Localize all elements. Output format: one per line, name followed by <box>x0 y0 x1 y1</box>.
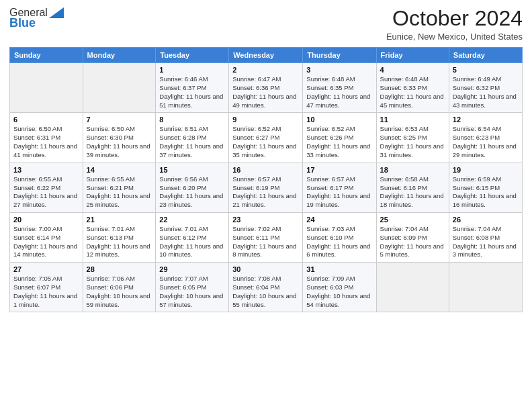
day-cell: 29Sunrise: 7:07 AM Sunset: 6:05 PM Dayli… <box>156 263 229 312</box>
day-cell: 23Sunrise: 7:02 AM Sunset: 6:11 PM Dayli… <box>229 212 303 262</box>
location: Eunice, New Mexico, United States <box>386 32 523 42</box>
day-cell: 21Sunrise: 7:01 AM Sunset: 6:13 PM Dayli… <box>83 212 156 262</box>
day-number: 6 <box>13 116 79 124</box>
day-number: 11 <box>380 116 445 124</box>
day-cell: 26Sunrise: 7:04 AM Sunset: 6:08 PM Dayli… <box>449 212 522 262</box>
day-info: Sunrise: 6:57 AM Sunset: 6:19 PM Dayligh… <box>232 175 299 210</box>
day-number: 10 <box>306 116 372 124</box>
header-day-saturday: Saturday <box>449 48 522 63</box>
day-cell: 17Sunrise: 6:57 AM Sunset: 6:17 PM Dayli… <box>303 163 376 212</box>
day-cell: 12Sunrise: 6:54 AM Sunset: 6:23 PM Dayli… <box>449 113 522 163</box>
day-info: Sunrise: 7:04 AM Sunset: 6:09 PM Dayligh… <box>380 225 445 259</box>
header-day-thursday: Thursday <box>303 48 376 63</box>
header: General Blue October 2024 Eunice, New Me… <box>9 7 523 42</box>
day-number: 19 <box>453 166 519 174</box>
logo-blue-text: Blue <box>9 16 36 30</box>
calendar-page: General Blue October 2024 Eunice, New Me… <box>0 0 532 411</box>
day-cell <box>10 63 83 113</box>
day-cell: 8Sunrise: 6:51 AM Sunset: 6:28 PM Daylig… <box>156 113 229 163</box>
day-cell: 4Sunrise: 6:48 AM Sunset: 6:33 PM Daylig… <box>376 63 449 113</box>
month-title: October 2024 <box>386 7 523 30</box>
day-cell: 31Sunrise: 7:09 AM Sunset: 6:03 PM Dayli… <box>303 263 376 312</box>
day-info: Sunrise: 7:07 AM Sunset: 6:05 PM Dayligh… <box>159 275 225 309</box>
week-row-2: 6Sunrise: 6:50 AM Sunset: 6:31 PM Daylig… <box>10 113 523 163</box>
day-cell: 1Sunrise: 6:46 AM Sunset: 6:37 PM Daylig… <box>156 63 229 113</box>
header-row: SundayMondayTuesdayWednesdayThursdayFrid… <box>10 48 523 63</box>
day-cell: 5Sunrise: 6:49 AM Sunset: 6:32 PM Daylig… <box>449 63 522 113</box>
day-info: Sunrise: 6:52 AM Sunset: 6:27 PM Dayligh… <box>232 125 299 159</box>
day-number: 27 <box>13 265 79 273</box>
day-cell: 30Sunrise: 7:08 AM Sunset: 6:04 PM Dayli… <box>229 263 303 312</box>
day-cell: 18Sunrise: 6:58 AM Sunset: 6:16 PM Dayli… <box>376 163 449 212</box>
day-info: Sunrise: 6:59 AM Sunset: 6:15 PM Dayligh… <box>453 175 519 210</box>
day-cell: 3Sunrise: 6:48 AM Sunset: 6:35 PM Daylig… <box>303 63 376 113</box>
day-info: Sunrise: 6:50 AM Sunset: 6:31 PM Dayligh… <box>13 125 79 159</box>
day-info: Sunrise: 6:56 AM Sunset: 6:20 PM Dayligh… <box>159 175 225 210</box>
header-day-sunday: Sunday <box>10 48 83 63</box>
day-number: 21 <box>87 216 152 224</box>
logo: General Blue <box>9 7 64 30</box>
day-cell: 27Sunrise: 7:05 AM Sunset: 6:07 PM Dayli… <box>10 263 83 312</box>
day-cell: 19Sunrise: 6:59 AM Sunset: 6:15 PM Dayli… <box>449 163 522 212</box>
day-cell: 6Sunrise: 6:50 AM Sunset: 6:31 PM Daylig… <box>10 113 83 163</box>
day-cell: 25Sunrise: 7:04 AM Sunset: 6:09 PM Dayli… <box>376 212 449 262</box>
day-info: Sunrise: 6:55 AM Sunset: 6:21 PM Dayligh… <box>87 175 152 210</box>
day-number: 3 <box>306 66 372 74</box>
day-info: Sunrise: 7:08 AM Sunset: 6:04 PM Dayligh… <box>232 275 299 309</box>
day-cell: 20Sunrise: 7:00 AM Sunset: 6:14 PM Dayli… <box>10 212 83 262</box>
day-cell <box>83 63 156 113</box>
calendar-table: SundayMondayTuesdayWednesdayThursdayFrid… <box>9 47 523 312</box>
day-cell: 15Sunrise: 6:56 AM Sunset: 6:20 PM Dayli… <box>156 163 229 212</box>
day-info: Sunrise: 6:58 AM Sunset: 6:16 PM Dayligh… <box>380 175 445 210</box>
day-number: 12 <box>453 116 519 124</box>
day-number: 9 <box>232 116 299 124</box>
day-number: 13 <box>13 166 79 174</box>
day-info: Sunrise: 7:03 AM Sunset: 6:10 PM Dayligh… <box>306 225 372 259</box>
day-number: 17 <box>306 166 372 174</box>
day-cell: 14Sunrise: 6:55 AM Sunset: 6:21 PM Dayli… <box>83 163 156 212</box>
day-number: 26 <box>453 216 519 224</box>
day-info: Sunrise: 6:55 AM Sunset: 6:22 PM Dayligh… <box>13 175 79 210</box>
day-number: 5 <box>453 66 519 74</box>
day-cell: 2Sunrise: 6:47 AM Sunset: 6:36 PM Daylig… <box>229 63 303 113</box>
day-info: Sunrise: 7:01 AM Sunset: 6:13 PM Dayligh… <box>87 225 152 259</box>
week-row-5: 27Sunrise: 7:05 AM Sunset: 6:07 PM Dayli… <box>10 263 523 312</box>
day-info: Sunrise: 7:09 AM Sunset: 6:03 PM Dayligh… <box>306 275 372 309</box>
day-cell <box>449 263 522 312</box>
day-info: Sunrise: 7:04 AM Sunset: 6:08 PM Dayligh… <box>453 225 519 259</box>
day-number: 15 <box>159 166 225 174</box>
week-row-4: 20Sunrise: 7:00 AM Sunset: 6:14 PM Dayli… <box>10 212 523 262</box>
day-cell: 9Sunrise: 6:52 AM Sunset: 6:27 PM Daylig… <box>229 113 303 163</box>
day-cell: 13Sunrise: 6:55 AM Sunset: 6:22 PM Dayli… <box>10 163 83 212</box>
day-info: Sunrise: 7:06 AM Sunset: 6:06 PM Dayligh… <box>87 275 152 309</box>
header-day-wednesday: Wednesday <box>229 48 303 63</box>
day-info: Sunrise: 7:02 AM Sunset: 6:11 PM Dayligh… <box>232 225 299 259</box>
day-number: 1 <box>159 66 225 74</box>
day-number: 2 <box>232 66 299 74</box>
title-block: October 2024 Eunice, New Mexico, United … <box>386 7 523 42</box>
day-number: 22 <box>159 216 225 224</box>
day-info: Sunrise: 6:47 AM Sunset: 6:36 PM Dayligh… <box>232 75 299 109</box>
day-cell <box>376 263 449 312</box>
day-number: 24 <box>306 216 372 224</box>
day-number: 7 <box>87 116 152 124</box>
day-cell: 24Sunrise: 7:03 AM Sunset: 6:10 PM Dayli… <box>303 212 376 262</box>
day-number: 31 <box>306 265 372 273</box>
day-number: 29 <box>159 265 225 273</box>
day-cell: 16Sunrise: 6:57 AM Sunset: 6:19 PM Dayli… <box>229 163 303 212</box>
header-day-tuesday: Tuesday <box>156 48 229 63</box>
day-info: Sunrise: 6:53 AM Sunset: 6:25 PM Dayligh… <box>380 125 445 159</box>
day-number: 18 <box>380 166 445 174</box>
day-cell: 11Sunrise: 6:53 AM Sunset: 6:25 PM Dayli… <box>376 113 449 163</box>
day-cell: 22Sunrise: 7:01 AM Sunset: 6:12 PM Dayli… <box>156 212 229 262</box>
day-number: 20 <box>13 216 79 224</box>
day-cell: 7Sunrise: 6:50 AM Sunset: 6:30 PM Daylig… <box>83 113 156 163</box>
day-number: 25 <box>380 216 445 224</box>
day-info: Sunrise: 7:05 AM Sunset: 6:07 PM Dayligh… <box>13 275 79 309</box>
day-cell: 10Sunrise: 6:52 AM Sunset: 6:26 PM Dayli… <box>303 113 376 163</box>
day-number: 23 <box>232 216 299 224</box>
header-day-monday: Monday <box>83 48 156 63</box>
day-info: Sunrise: 7:01 AM Sunset: 6:12 PM Dayligh… <box>159 225 225 259</box>
day-number: 28 <box>87 265 152 273</box>
day-number: 4 <box>380 66 445 74</box>
